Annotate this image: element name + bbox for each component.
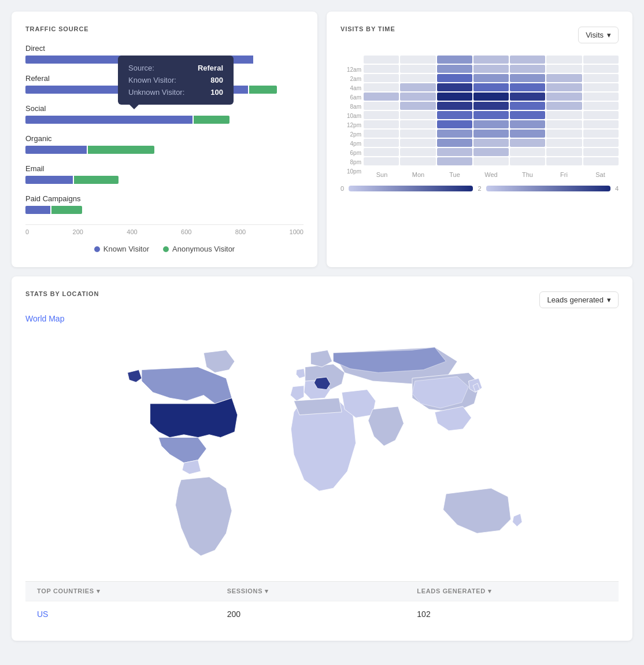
tooltip-known-value: 800 (210, 76, 223, 84)
visits-dropdown[interactable]: Visits ▾ (578, 27, 619, 43)
chevron-down-icon-4[interactable]: ▾ (265, 588, 269, 595)
visits-by-time-card: VISITS BY TIME Visits ▾ 12am2am4am6am8am… (327, 12, 632, 267)
heatmap-cell-1-2 (400, 74, 435, 82)
visits-header: VISITS BY TIME Visits ▾ (340, 25, 619, 44)
axis-400: 400 (127, 228, 137, 235)
heatmap-cell-3-6 (473, 111, 509, 119)
heatmap-cell-6-3 (583, 83, 619, 91)
heatmap-cell-2-1 (437, 65, 472, 73)
visits-dropdown-label: Visits (586, 31, 604, 39)
scale-min: 0 (340, 185, 344, 192)
heatmap-cell-6-6 (583, 111, 619, 119)
anon-visitor-legend: Anonymous Visitor (163, 245, 235, 253)
world-map-link[interactable]: World Map (25, 314, 64, 323)
heatmap-cell-6-7 (583, 120, 619, 128)
bar-label-2: Social (25, 104, 304, 113)
heatmap-grid (364, 56, 619, 165)
heatmap-cell-1-11 (400, 157, 435, 165)
heatmap-cell-4-10 (510, 148, 545, 156)
heatmap-cell-3-8 (473, 130, 509, 138)
europe (290, 364, 345, 401)
heatmap-cell-4-5 (510, 102, 545, 110)
heatmap-cell-4-6 (510, 111, 545, 119)
axis-1000: 1000 (290, 228, 304, 235)
stats-by-location-card: STATS BY LOCATION Leads generated ▾ Worl… (12, 276, 632, 641)
time-label-1: 2am (340, 75, 361, 83)
heatmap-cell-1-10 (400, 148, 435, 156)
heatmap-col-wed (473, 56, 509, 165)
country-us-link[interactable]: US (37, 609, 227, 619)
chevron-down-icon-5[interactable]: ▾ (488, 588, 492, 595)
heatmap-cell-5-5 (546, 102, 582, 110)
day-label-sun: Sun (364, 171, 400, 178)
chevron-down-icon-3[interactable]: ▾ (97, 588, 101, 595)
heatmap-cell-2-0 (437, 56, 472, 64)
heatmap-cell-4-7 (510, 120, 545, 128)
known-visitor-dot (94, 246, 100, 252)
heatmap-cell-0-6 (364, 111, 399, 119)
heatmap-cell-6-5 (583, 102, 619, 110)
traffic-source-card: TRAFFIC SOURCE Source: Referal Known Vis… (12, 12, 317, 267)
tooltip-source-label: Source: (128, 64, 154, 72)
heatmap-cell-2-7 (437, 120, 472, 128)
heatmap-cell-0-3 (364, 83, 399, 91)
traffic-tooltip: Source: Referal Known Visitor: 800 Unkno… (118, 56, 234, 105)
heatmap-cell-1-8 (400, 130, 435, 138)
heatmap-cell-3-2 (473, 74, 509, 82)
th-sessions-label: SESSIONS (227, 588, 263, 594)
sessions-value: 200 (227, 609, 417, 619)
th-countries: TOP COUNTRIES ▾ (37, 588, 227, 595)
bar-track-4 (25, 176, 304, 184)
heatmap-cell-4-9 (510, 139, 545, 147)
th-sessions: SESSIONS ▾ (227, 588, 417, 595)
th-leads-label: LEADS GENERATED (417, 588, 485, 594)
heatmap-cell-0-5 (364, 102, 399, 110)
heatmap-cell-4-2 (510, 74, 545, 82)
heatmap-cell-2-9 (437, 139, 472, 147)
heatmap-cell-6-1 (583, 65, 619, 73)
table-row: US 200 102 (25, 601, 619, 627)
bar-anon-2 (194, 116, 230, 124)
bar-label-4: Email (25, 164, 304, 173)
heatmap-cell-1-6 (400, 111, 435, 119)
color-scale-bar-2 (486, 186, 610, 191)
heatmap-cell-4-8 (510, 130, 545, 138)
chevron-down-icon: ▾ (607, 31, 611, 39)
heatmap-cell-3-1 (473, 65, 509, 73)
bar-row-social: Social (25, 104, 304, 124)
heatmap-wrapper: 12am2am4am6am8am10am12pm2pm4pm6pm8pm10pm… (340, 56, 619, 178)
heatmap-cell-4-4 (510, 93, 545, 101)
heatmap-cell-5-10 (546, 148, 582, 156)
heatmap-cell-3-7 (473, 120, 509, 128)
bar-track-5 (25, 206, 304, 214)
heatmap-cell-6-9 (583, 139, 619, 147)
axis-600: 600 (181, 228, 191, 235)
australia (443, 488, 523, 533)
heatmap-cell-5-11 (546, 157, 582, 165)
axis-800: 800 (235, 228, 246, 235)
traffic-legend: Known Visitor Anonymous Visitor (25, 245, 304, 253)
heatmap-cell-6-0 (583, 56, 619, 64)
heatmap-cell-1-3 (400, 83, 435, 91)
heatmap-cell-0-11 (364, 157, 399, 165)
heatmap-cell-5-1 (546, 65, 582, 73)
heatmap-cell-6-4 (583, 93, 619, 101)
heatmap-cell-3-11 (473, 157, 509, 165)
color-scale: 0 2 4 (340, 185, 619, 192)
heatmap-cell-6-11 (583, 157, 619, 165)
heatmap-cell-5-6 (546, 111, 582, 119)
heatmap-grid-container: SunMonTueWedThuFriSat (364, 56, 619, 178)
time-label-4: 8am (340, 103, 361, 111)
leads-generated-dropdown[interactable]: Leads generated ▾ (539, 291, 619, 308)
heatmap-cell-5-0 (546, 56, 582, 64)
heatmap-cell-6-10 (583, 148, 619, 156)
day-labels-row: SunMonTueWedThuFriSat (364, 169, 619, 178)
tooltip-unknown-label: Unknown Visitor: (128, 88, 184, 97)
heatmap-cell-6-8 (583, 130, 619, 138)
scale-mid: 2 (478, 185, 481, 192)
traffic-chart: Source: Referal Known Visitor: 800 Unkno… (25, 44, 304, 253)
heatmap-cell-2-4 (437, 93, 472, 101)
heatmap-cell-5-3 (546, 83, 582, 91)
dashboard: TRAFFIC SOURCE Source: Referal Known Vis… (12, 12, 632, 641)
heatmap-cell-5-7 (546, 120, 582, 128)
